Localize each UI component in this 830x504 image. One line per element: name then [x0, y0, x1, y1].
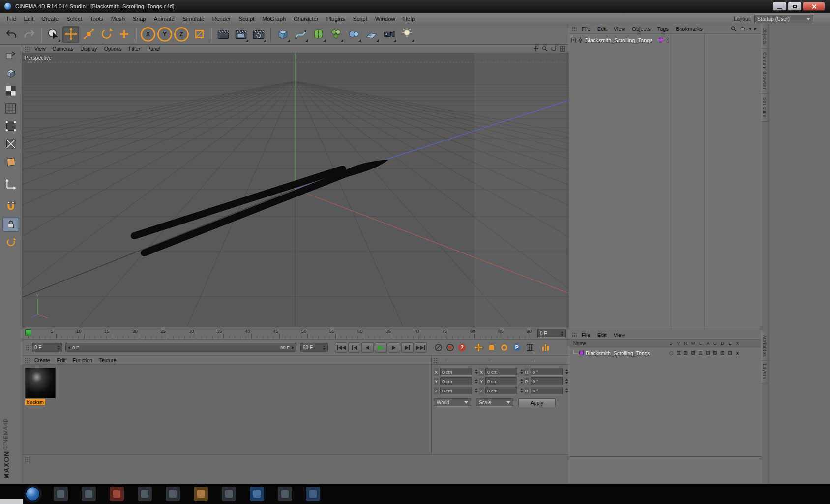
menubar-item[interactable]: MoGraph	[258, 16, 290, 22]
rotation-field[interactable]: H 0 °	[523, 368, 568, 376]
material-tag-icon[interactable]	[659, 38, 663, 42]
object-row[interactable]: Blacksmith_Scrolling_Tongs	[569, 36, 761, 44]
position-field[interactable]: Y 0 cm	[433, 377, 478, 385]
menubar-item[interactable]: Character	[290, 16, 323, 22]
layer-column-header[interactable]: X	[734, 341, 741, 346]
next-key-button[interactable]	[401, 342, 414, 353]
minimize-button[interactable]	[772, 2, 787, 11]
texture-mode-button[interactable]	[2, 83, 19, 98]
viewport-menu-item[interactable]: Cameras	[49, 46, 77, 52]
layer-column-header[interactable]: G	[711, 341, 719, 346]
panel-tab[interactable]: Content Browser	[761, 49, 769, 94]
live-selection-button[interactable]	[45, 26, 61, 43]
layer-render-toggle[interactable]	[682, 351, 689, 356]
undo-button[interactable]	[3, 26, 20, 43]
layer-manager-menu-item[interactable]: View	[610, 332, 629, 338]
snap-magnet-button[interactable]	[2, 199, 19, 214]
scale-tool-button[interactable]	[80, 26, 97, 43]
goto-end-button[interactable]	[415, 342, 427, 353]
render-view-button[interactable]	[215, 26, 232, 43]
play-button[interactable]	[375, 342, 387, 353]
rotation-value[interactable]: 0 °	[531, 377, 563, 385]
viewport-menu-item[interactable]: View	[31, 46, 49, 52]
forward-arrow-icon[interactable]	[754, 28, 757, 30]
rotation-field[interactable]: B 0 °	[523, 387, 568, 394]
object-manager-menu-item[interactable]: Edit	[594, 26, 610, 32]
layer-lock-toggle[interactable]	[697, 351, 704, 356]
taskbar-icon[interactable]	[306, 487, 320, 501]
layout-dropdown[interactable]: Startup (User)	[754, 15, 813, 23]
size-value[interactable]: 0 cm	[485, 387, 517, 394]
viewport-menu-item[interactable]: Panel	[144, 46, 164, 52]
menubar-item[interactable]: Sculpt	[235, 16, 258, 22]
expand-icon[interactable]	[571, 38, 576, 42]
material-item[interactable]: blacksm	[25, 368, 56, 407]
close-button[interactable]	[803, 2, 825, 11]
frame-range-slider[interactable]: 0 F 90 F	[65, 343, 296, 352]
panel-tab[interactable]: Layers	[761, 361, 769, 383]
make-editable-button[interactable]	[2, 48, 19, 63]
back-arrow-icon[interactable]	[749, 28, 751, 30]
position-value[interactable]: 0 cm	[440, 377, 472, 385]
taskbar-icon[interactable]	[110, 487, 124, 501]
layer-animation-toggle[interactable]	[704, 351, 711, 356]
panel-tab[interactable]: Objects	[761, 24, 769, 49]
stepper-icon[interactable]	[519, 379, 523, 384]
range-left-grabber-icon[interactable]	[68, 346, 70, 349]
point-level-animation-toggle[interactable]	[524, 342, 535, 353]
prev-frame-button[interactable]	[361, 342, 374, 353]
add-floor-button[interactable]	[363, 26, 380, 43]
coordinate-group-header[interactable]: --	[526, 358, 569, 363]
panel-handle[interactable]	[26, 345, 30, 350]
scale-mode-dropdown[interactable]: Scale	[476, 398, 513, 407]
material-menu-item[interactable]: Function	[69, 357, 96, 363]
axis-lock-button[interactable]: X	[141, 27, 155, 42]
stepper-icon[interactable]	[564, 379, 568, 384]
workplane-mode-button[interactable]	[2, 101, 19, 116]
position-value[interactable]: 0 cm	[440, 368, 472, 376]
menubar-item[interactable]: Simulate	[178, 16, 208, 22]
toggle-views-icon[interactable]	[559, 46, 566, 52]
object-manager-menu-item[interactable]: File	[578, 26, 594, 32]
layer-generators-toggle[interactable]	[711, 351, 719, 356]
object-name[interactable]: Blacksmith_Scrolling_Tongs	[585, 37, 652, 43]
taskbar-icon[interactable]	[82, 487, 96, 501]
current-frame-marker[interactable]	[25, 329, 31, 336]
stepper-icon[interactable]	[564, 369, 568, 374]
maximize-button[interactable]	[788, 2, 802, 11]
panel-handle[interactable]	[572, 26, 577, 31]
rotate-tool-button[interactable]	[98, 26, 115, 43]
menubar-item[interactable]: Tools	[86, 16, 107, 22]
panel-handle[interactable]	[25, 457, 30, 462]
menubar-item[interactable]: Snap	[129, 16, 150, 22]
position-value[interactable]: 0 cm	[440, 387, 472, 394]
coordinate-system-button[interactable]	[191, 26, 208, 43]
material-menu-item[interactable]: Create	[31, 357, 54, 363]
layer-row[interactable]: Blacksmith_Scrolling_Tongs	[569, 349, 761, 357]
axis-lock-button[interactable]: Y	[157, 27, 172, 42]
add-cube-button[interactable]	[274, 26, 291, 43]
menubar-item[interactable]: Help	[399, 16, 419, 22]
viewport-menu-item[interactable]: Filter	[125, 46, 144, 52]
rotate-view-icon[interactable]	[550, 46, 557, 52]
object-axis-mode-button[interactable]	[2, 176, 19, 192]
viewport-menu-item[interactable]: Display	[77, 46, 100, 52]
record-position-toggle[interactable]	[473, 342, 484, 353]
layer-manager-menu-item[interactable]: Edit	[594, 332, 610, 338]
edges-mode-button[interactable]	[2, 136, 19, 151]
layer-column-header[interactable]: M	[689, 341, 697, 346]
name-column-header[interactable]: Name	[573, 341, 587, 346]
size-field[interactable]: X 0 cm	[478, 368, 523, 376]
points-mode-button[interactable]	[2, 118, 19, 134]
menubar-item[interactable]: Create	[37, 16, 62, 22]
coordinate-group-header[interactable]: --	[483, 358, 526, 363]
stepper-icon[interactable]	[474, 369, 478, 374]
layer-view-toggle[interactable]	[675, 351, 682, 356]
panel-handle[interactable]	[25, 358, 30, 363]
next-frame-button[interactable]	[388, 342, 400, 353]
coordinate-group-header[interactable]: --	[440, 358, 483, 363]
taskbar-icon[interactable]	[138, 487, 152, 501]
record-parameter-toggle[interactable]: P	[511, 342, 523, 353]
layer-manager-menu-item[interactable]: File	[578, 332, 594, 338]
material-menu-item[interactable]: Edit	[54, 357, 69, 363]
